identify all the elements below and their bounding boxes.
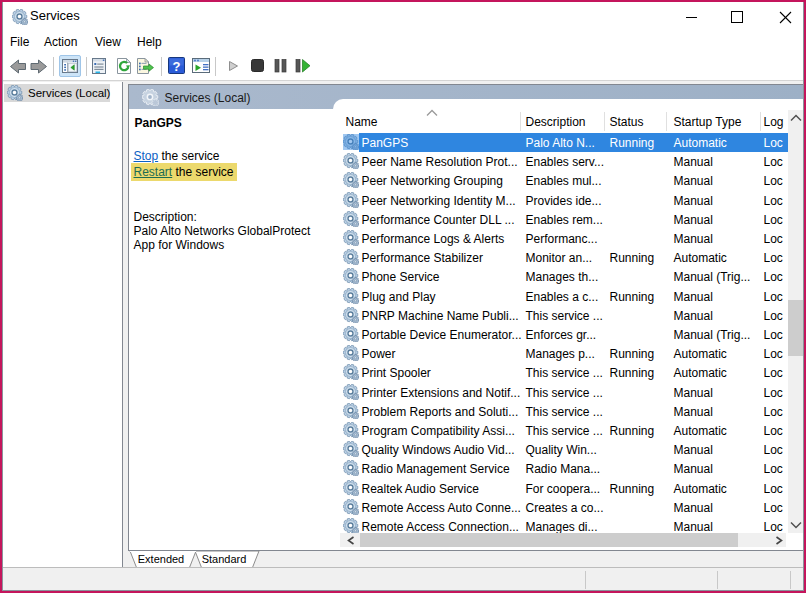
svg-text:Standard: Standard — [202, 553, 247, 565]
svg-text:Extended: Extended — [138, 553, 184, 565]
svg-text:?: ? — [173, 59, 181, 74]
